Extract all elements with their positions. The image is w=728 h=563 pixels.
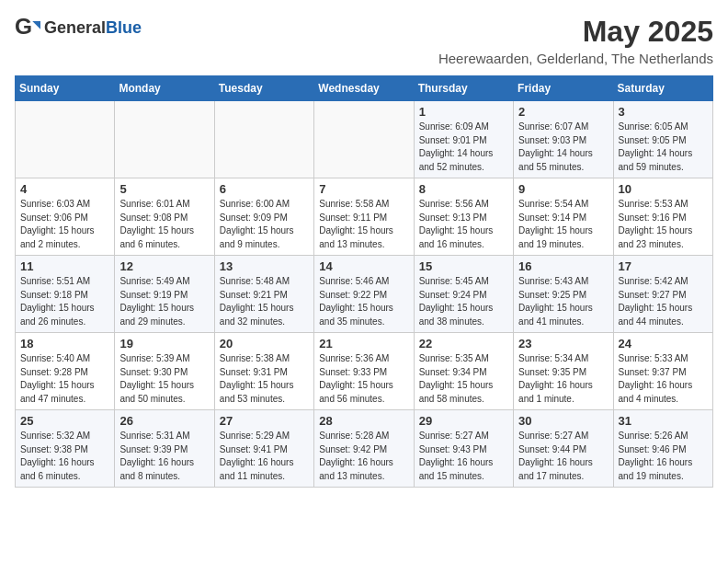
week-row-5: 25Sunrise: 5:32 AM Sunset: 9:38 PM Dayli… — [16, 410, 713, 488]
day-number: 27 — [220, 414, 309, 428]
day-number: 11 — [20, 259, 109, 273]
calendar-cell — [314, 101, 414, 178]
title-location: Heerewaarden, Gelderland, The Netherland… — [438, 51, 713, 66]
day-number: 4 — [20, 182, 109, 196]
day-info: Sunrise: 6:00 AM Sunset: 9:09 PM Dayligh… — [220, 198, 309, 251]
day-info: Sunrise: 5:56 AM Sunset: 9:13 PM Dayligh… — [419, 198, 508, 251]
day-info: Sunrise: 5:35 AM Sunset: 9:34 PM Dayligh… — [419, 352, 508, 406]
day-number: 8 — [419, 182, 508, 196]
week-row-4: 18Sunrise: 5:40 AM Sunset: 9:28 PM Dayli… — [16, 333, 713, 410]
calendar-cell: 2Sunrise: 6:07 AM Sunset: 9:03 PM Daylig… — [514, 101, 613, 178]
calendar-cell: 22Sunrise: 5:35 AM Sunset: 9:34 PM Dayli… — [414, 333, 513, 410]
calendar-cell: 21Sunrise: 5:36 AM Sunset: 9:33 PM Dayli… — [314, 333, 414, 410]
day-info: Sunrise: 5:31 AM Sunset: 9:39 PM Dayligh… — [119, 430, 209, 483]
calendar-cell: 13Sunrise: 5:48 AM Sunset: 9:21 PM Dayli… — [214, 256, 313, 333]
calendar-cell: 8Sunrise: 5:56 AM Sunset: 9:13 PM Daylig… — [414, 178, 513, 256]
day-number: 23 — [518, 337, 608, 350]
calendar-cell: 24Sunrise: 5:33 AM Sunset: 9:37 PM Dayli… — [613, 333, 712, 410]
day-info: Sunrise: 6:03 AM Sunset: 9:06 PM Dayligh… — [20, 198, 109, 251]
day-number: 19 — [119, 337, 209, 350]
day-info: Sunrise: 6:07 AM Sunset: 9:03 PM Dayligh… — [518, 121, 608, 174]
day-info: Sunrise: 5:48 AM Sunset: 9:21 PM Dayligh… — [220, 275, 309, 328]
calendar-cell: 26Sunrise: 5:31 AM Sunset: 9:39 PM Dayli… — [115, 410, 214, 488]
day-info: Sunrise: 5:54 AM Sunset: 9:14 PM Dayligh… — [518, 198, 608, 251]
day-number: 7 — [319, 182, 408, 196]
day-info: Sunrise: 5:33 AM Sunset: 9:37 PM Dayligh… — [619, 352, 708, 406]
day-number: 24 — [619, 337, 708, 350]
day-info: Sunrise: 6:01 AM Sunset: 9:08 PM Dayligh… — [119, 198, 209, 251]
day-number: 16 — [518, 259, 608, 273]
day-info: Sunrise: 5:45 AM Sunset: 9:24 PM Dayligh… — [419, 275, 508, 328]
week-row-3: 11Sunrise: 5:51 AM Sunset: 9:18 PM Dayli… — [16, 256, 713, 333]
calendar-cell: 16Sunrise: 5:43 AM Sunset: 9:25 PM Dayli… — [514, 256, 613, 333]
day-info: Sunrise: 5:49 AM Sunset: 9:19 PM Dayligh… — [119, 275, 209, 328]
calendar-cell: 11Sunrise: 5:51 AM Sunset: 9:18 PM Dayli… — [16, 256, 115, 333]
day-info: Sunrise: 5:40 AM Sunset: 9:28 PM Dayligh… — [20, 352, 109, 406]
day-number: 20 — [220, 337, 309, 350]
day-info: Sunrise: 6:05 AM Sunset: 9:05 PM Dayligh… — [619, 121, 708, 174]
day-info: Sunrise: 5:34 AM Sunset: 9:35 PM Dayligh… — [518, 352, 608, 406]
calendar-cell: 7Sunrise: 5:58 AM Sunset: 9:11 PM Daylig… — [314, 178, 414, 256]
day-number: 15 — [419, 259, 508, 273]
title-month: May 2025 — [438, 15, 713, 49]
day-info: Sunrise: 5:42 AM Sunset: 9:27 PM Dayligh… — [619, 275, 708, 328]
day-info: Sunrise: 5:26 AM Sunset: 9:46 PM Dayligh… — [619, 430, 708, 483]
calendar-cell: 4Sunrise: 6:03 AM Sunset: 9:06 PM Daylig… — [16, 178, 115, 256]
calendar-cell: 10Sunrise: 5:53 AM Sunset: 9:16 PM Dayli… — [613, 178, 712, 256]
day-number: 13 — [220, 259, 309, 273]
calendar-cell: 14Sunrise: 5:46 AM Sunset: 9:22 PM Dayli… — [314, 256, 414, 333]
calendar-cell: 23Sunrise: 5:34 AM Sunset: 9:35 PM Dayli… — [514, 333, 613, 410]
calendar-cell: 31Sunrise: 5:26 AM Sunset: 9:46 PM Dayli… — [613, 410, 712, 488]
calendar-cell: 5Sunrise: 6:01 AM Sunset: 9:08 PM Daylig… — [115, 178, 214, 256]
day-number: 30 — [518, 414, 608, 428]
calendar-cell: 19Sunrise: 5:39 AM Sunset: 9:30 PM Dayli… — [115, 333, 214, 410]
day-info: Sunrise: 5:39 AM Sunset: 9:30 PM Dayligh… — [119, 352, 209, 406]
day-info: Sunrise: 5:38 AM Sunset: 9:31 PM Dayligh… — [220, 352, 309, 406]
weekday-header-thursday: Thursday — [414, 76, 513, 101]
weekday-header-tuesday: Tuesday — [214, 76, 313, 101]
calendar-cell: 29Sunrise: 5:27 AM Sunset: 9:43 PM Dayli… — [414, 410, 513, 488]
week-row-2: 4Sunrise: 6:03 AM Sunset: 9:06 PM Daylig… — [16, 178, 713, 256]
day-info: Sunrise: 5:28 AM Sunset: 9:42 PM Dayligh… — [319, 430, 408, 483]
logo-icon: G — [15, 15, 40, 40]
day-number: 31 — [619, 414, 708, 428]
weekday-header-wednesday: Wednesday — [314, 76, 414, 101]
day-info: Sunrise: 5:27 AM Sunset: 9:43 PM Dayligh… — [419, 430, 508, 483]
day-number: 3 — [619, 105, 708, 119]
title-block: May 2025 Heerewaarden, Gelderland, The N… — [438, 15, 713, 66]
calendar-cell: 6Sunrise: 6:00 AM Sunset: 9:09 PM Daylig… — [214, 178, 313, 256]
day-info: Sunrise: 5:29 AM Sunset: 9:41 PM Dayligh… — [220, 430, 309, 483]
calendar-cell: 1Sunrise: 6:09 AM Sunset: 9:01 PM Daylig… — [414, 101, 513, 178]
day-info: Sunrise: 5:36 AM Sunset: 9:33 PM Dayligh… — [319, 352, 408, 406]
day-info: Sunrise: 6:09 AM Sunset: 9:01 PM Dayligh… — [419, 121, 508, 174]
calendar-cell — [16, 101, 115, 178]
day-number: 29 — [419, 414, 508, 428]
calendar-cell: 12Sunrise: 5:49 AM Sunset: 9:19 PM Dayli… — [115, 256, 214, 333]
calendar-cell: 15Sunrise: 5:45 AM Sunset: 9:24 PM Dayli… — [414, 256, 513, 333]
logo-general-text: General — [44, 18, 106, 37]
calendar-cell: 28Sunrise: 5:28 AM Sunset: 9:42 PM Dayli… — [314, 410, 414, 488]
weekday-header-monday: Monday — [115, 76, 214, 101]
weekday-header-sunday: Sunday — [16, 76, 115, 101]
day-info: Sunrise: 5:51 AM Sunset: 9:18 PM Dayligh… — [20, 275, 109, 328]
logo-blue-text: Blue — [106, 18, 142, 37]
calendar-cell: 20Sunrise: 5:38 AM Sunset: 9:31 PM Dayli… — [214, 333, 313, 410]
day-number: 1 — [419, 105, 508, 119]
svg-marker-1 — [32, 21, 40, 29]
calendar-cell — [115, 101, 214, 178]
day-info: Sunrise: 5:58 AM Sunset: 9:11 PM Dayligh… — [319, 198, 408, 251]
day-number: 17 — [619, 259, 708, 273]
day-number: 26 — [119, 414, 209, 428]
weekday-header-saturday: Saturday — [613, 76, 712, 101]
logo: G GeneralBlue — [15, 15, 142, 40]
day-number: 22 — [419, 337, 508, 350]
day-number: 6 — [220, 182, 309, 196]
day-info: Sunrise: 5:53 AM Sunset: 9:16 PM Dayligh… — [619, 198, 708, 251]
day-number: 18 — [20, 337, 109, 350]
day-number: 12 — [119, 259, 209, 273]
day-info: Sunrise: 5:43 AM Sunset: 9:25 PM Dayligh… — [518, 275, 608, 328]
day-number: 14 — [319, 259, 408, 273]
day-number: 5 — [119, 182, 209, 196]
calendar-cell: 3Sunrise: 6:05 AM Sunset: 9:05 PM Daylig… — [613, 101, 712, 178]
day-number: 21 — [319, 337, 408, 350]
